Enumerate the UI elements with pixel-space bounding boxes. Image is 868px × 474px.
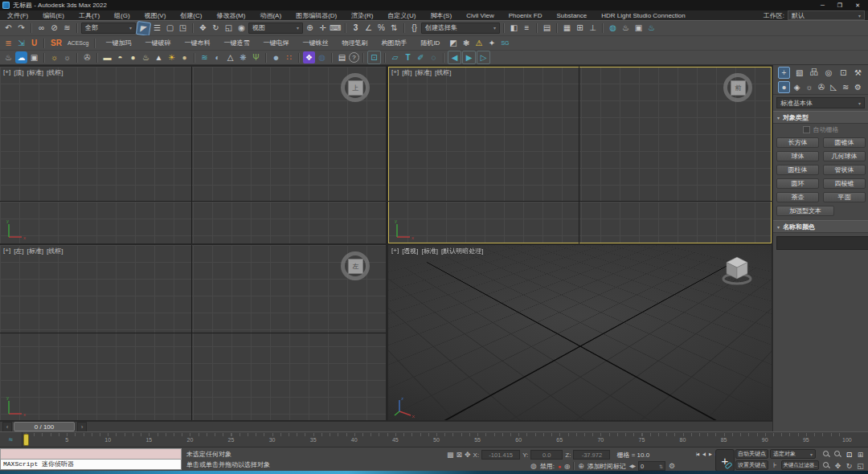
purple-plugin-icon[interactable]: ❖ <box>303 51 315 63</box>
zoom-extents-icon[interactable]: ⊡ <box>844 449 854 460</box>
clipboard-icon[interactable]: ▤ <box>336 51 348 63</box>
viewport-left[interactable]: [+] [左] [标准] [线框] 左 x y <box>0 245 386 420</box>
keyboard-override-icon[interactable]: ⌨ <box>330 22 342 35</box>
workspace-dropdown[interactable]: 默认 <box>788 10 865 20</box>
one-key-web-button[interactable]: 一键蛛丝 <box>296 37 334 49</box>
zoom-icon[interactable] <box>821 449 832 460</box>
menu-group[interactable]: 组(G) <box>107 11 137 20</box>
current-frame-field[interactable]: 0 ⇅ <box>638 461 665 471</box>
key-settings-icon[interactable]: ⚙ <box>669 463 675 470</box>
viewport-shading-label[interactable]: [默认明暗处理] <box>441 247 483 255</box>
zoom-extents-all-icon[interactable]: ⊞ <box>855 449 866 460</box>
angle-snap-icon[interactable]: ∠ <box>362 22 375 35</box>
snap-toggle-3d-icon[interactable]: 3 <box>350 22 362 35</box>
subcategory-dropdown[interactable]: 标准基本体 <box>776 97 865 108</box>
align-icon[interactable]: ≡ <box>521 22 533 35</box>
rock-icon[interactable]: ❋ <box>237 51 249 63</box>
viewport-menu-button[interactable]: [+] <box>391 68 399 77</box>
lasso-icon[interactable]: ◌ <box>428 51 440 63</box>
max-layers-icon[interactable]: ≣ <box>2 37 14 49</box>
unlink-selection-icon[interactable]: ⊘ <box>48 22 60 35</box>
key-selection-dropdown[interactable]: 选定对象 <box>770 449 816 459</box>
one-key-gamma-button[interactable]: 一键加玛 <box>99 37 137 49</box>
parallelogram-icon[interactable]: ▱ <box>389 51 401 63</box>
select-and-scale-icon[interactable]: ◱ <box>223 22 235 35</box>
key-mode-toggle-icon[interactable]: ◀▶ <box>629 464 635 468</box>
one-key-fracture-button[interactable]: 一键破碎 <box>138 37 177 49</box>
zoom-all-icon[interactable] <box>833 449 843 460</box>
render-production-icon[interactable]: ♨ <box>645 22 657 35</box>
viewport-style-label[interactable]: [标准] <box>27 68 43 77</box>
one-key-snow-button[interactable]: 一键造雪 <box>217 37 256 49</box>
teapot-render-icon[interactable]: ♨ <box>2 51 14 63</box>
plane-button[interactable]: 平面 <box>823 192 866 202</box>
menu-civil-view[interactable]: Civil View <box>459 12 502 19</box>
time-slider-handle[interactable]: 0 / 100 <box>14 422 75 431</box>
previous-frame-arrow[interactable]: ‹ <box>2 422 12 432</box>
rectangular-selection-icon[interactable]: ▢ <box>164 22 176 35</box>
spinner-icon[interactable]: ⇅ <box>659 464 663 469</box>
cloud-render-icon[interactable]: ☁ <box>15 51 27 63</box>
close-button[interactable]: ✕ <box>855 2 860 9</box>
menu-edit[interactable]: 编辑(E) <box>35 11 72 20</box>
viewport-shading-label[interactable]: [线框] <box>47 247 63 255</box>
light-comment-icon[interactable]: ☼ <box>48 51 60 63</box>
menu-hdr-light-studio[interactable]: HDR Light Studio Connection <box>594 12 693 19</box>
mini-curve-editor-icon[interactable]: ≈ <box>0 432 23 447</box>
orbit-icon[interactable]: ↻ <box>844 460 854 471</box>
random-id-button[interactable]: 随机ID <box>414 37 446 49</box>
tab-utilities-icon[interactable]: ⚒ <box>853 67 863 78</box>
category-spacewarps-icon[interactable]: ≋ <box>841 82 851 92</box>
isolate-selection-icon[interactable]: ▩ <box>447 452 454 459</box>
percent-snap-icon[interactable]: % <box>375 22 387 35</box>
selection-filter-dropdown[interactable]: 全部 <box>81 22 136 34</box>
category-helpers-icon[interactable]: ◺ <box>829 82 839 92</box>
material-editor-icon[interactable]: ◍ <box>607 22 619 35</box>
named-selection-dropdown[interactable]: 创建选择集 <box>421 22 500 34</box>
redo-icon[interactable]: ↷ <box>15 22 27 35</box>
new-key-icon[interactable]: ⊦ <box>770 460 780 470</box>
menu-create[interactable]: 创建(C) <box>173 11 209 20</box>
film-camera-icon[interactable]: ✇ <box>81 51 93 63</box>
maxscript-listener-field[interactable]: MAXScript 迷你侦听器 <box>0 460 182 470</box>
tab-display-icon[interactable]: ⊡ <box>838 67 849 78</box>
minimize-button[interactable]: ─ <box>821 2 825 9</box>
set-key-button[interactable]: 设置关键点 <box>735 460 768 470</box>
box-button[interactable]: 长方体 <box>776 137 819 148</box>
viewport-style-label[interactable]: [标准] <box>416 68 432 77</box>
moon-sphere-icon[interactable]: ◐ <box>211 51 223 63</box>
record-dot-icon[interactable]: ● <box>558 464 561 469</box>
time-tag-icon[interactable]: ⊕ <box>578 463 584 470</box>
sphere-button[interactable]: 球体 <box>776 151 819 161</box>
dome-object-icon[interactable]: ◓ <box>114 51 126 63</box>
uvw-tool-icon[interactable]: U <box>28 37 40 49</box>
current-frame-marker[interactable] <box>23 434 29 446</box>
geosphere-button[interactable]: 几何球体 <box>823 151 866 161</box>
viewport-name-label[interactable]: [透视] <box>402 247 418 255</box>
viewport-menu-button[interactable]: [+] <box>3 68 10 77</box>
viewcube-face[interactable]: 左 <box>348 259 363 274</box>
sun-icon[interactable]: ☀ <box>166 51 178 63</box>
one-key-weld-button[interactable]: 一键电焊 <box>256 37 295 49</box>
viewport-front[interactable]: [+] [前] [标准] [线框] 前 x y <box>388 67 772 243</box>
maximize-viewport-icon[interactable]: ◱ <box>855 460 866 471</box>
edit-named-selections-icon[interactable]: {} <box>408 22 420 35</box>
waves-icon[interactable]: ≋ <box>199 51 211 63</box>
viewport-name-label[interactable]: [前] <box>402 68 411 77</box>
object-name-field[interactable] <box>776 236 868 250</box>
viewport-menu-button[interactable]: [+] <box>3 247 10 255</box>
use-pivot-center-icon[interactable]: ⊕ <box>304 22 316 35</box>
render-setup-icon[interactable]: ♨ <box>620 22 632 35</box>
viewport-shading-label[interactable]: [线框] <box>47 68 63 77</box>
category-cameras-icon[interactable]: ✇ <box>816 82 826 92</box>
teapot-button[interactable]: 茶壶 <box>776 192 819 202</box>
menu-tools[interactable]: 工具(T) <box>72 11 107 20</box>
cone-button[interactable]: 圆锥体 <box>823 137 866 148</box>
aces-colorspace-label[interactable]: ACEScg <box>65 37 91 49</box>
time-slider[interactable]: ‹ 0 / 100 › <box>0 421 772 431</box>
pan-icon[interactable]: ✥ <box>833 460 843 471</box>
maximize-button[interactable]: ❐ <box>837 2 842 9</box>
tube-button[interactable]: 管状体 <box>823 165 866 175</box>
viewcube[interactable] <box>719 253 755 287</box>
viewport-style-label[interactable]: [标准] <box>422 247 438 255</box>
